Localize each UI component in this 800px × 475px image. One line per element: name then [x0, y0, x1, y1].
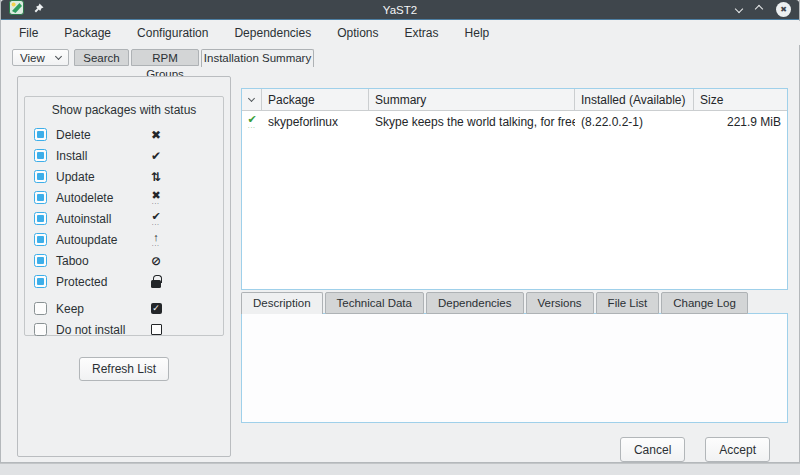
- tab-file-list[interactable]: File List: [596, 292, 660, 314]
- yast2-window: YaST2 ✖ File Package Configuration Depen…: [0, 0, 800, 463]
- menu-configuration[interactable]: Configuration: [124, 21, 221, 45]
- sort-chevron-icon: [248, 95, 255, 102]
- desktop: YaST2 ✖ File Package Configuration Depen…: [0, 0, 800, 475]
- checkbox-install[interactable]: [34, 149, 47, 162]
- filter-label-taboo: Taboo: [56, 254, 89, 268]
- filter-label-autodelete: Autodelete: [56, 191, 113, 205]
- checkbox-autoinstall[interactable]: [34, 212, 47, 225]
- menu-options[interactable]: Options: [324, 21, 391, 45]
- column-header-status[interactable]: [242, 89, 262, 110]
- table-row[interactable]: ✔∙∙∙ skypeforlinux Skype keeps the world…: [242, 111, 787, 132]
- filter-row-autoupdate: Autoupdate ↑∙∙∙: [25, 229, 223, 250]
- cell-installed-available: (8.22.0.2-1): [575, 115, 694, 129]
- filter-label-delete: Delete: [56, 128, 91, 142]
- tab-rpm-groups[interactable]: RPM Groups: [131, 49, 199, 66]
- package-table: Package Summary Installed (Available) Si…: [241, 88, 788, 290]
- filter-row-taboo: Taboo ⊘: [25, 250, 223, 271]
- taboo-status-icon: ⊘: [147, 255, 165, 267]
- tab-description[interactable]: Description: [241, 292, 323, 314]
- minimize-icon[interactable]: [735, 4, 743, 12]
- checkbox-autodelete[interactable]: [34, 191, 47, 204]
- do-not-install-status-icon: [147, 324, 165, 335]
- filter-label-autoinstall: Autoinstall: [56, 212, 111, 226]
- footer-button-row: Cancel Accept: [620, 437, 770, 462]
- yast-app-icon: [9, 0, 24, 19]
- filter-row-autodelete: Autodelete ✖∙∙∙: [25, 187, 223, 208]
- autoupdate-status-icon: ↑∙∙∙: [147, 232, 165, 248]
- column-header-installed[interactable]: Installed (Available): [575, 89, 694, 110]
- filter-panel: Show packages with status Delete ✖ Insta…: [17, 76, 231, 457]
- delete-status-icon: ✖: [147, 129, 165, 141]
- checkbox-taboo[interactable]: [34, 254, 47, 267]
- menu-help[interactable]: Help: [452, 21, 503, 45]
- maximize-icon[interactable]: [755, 4, 763, 12]
- filter-row-update: Update ⇅: [25, 166, 223, 187]
- keep-status-icon: ✓: [147, 303, 165, 314]
- filter-panel-title: Show packages with status: [25, 103, 223, 117]
- tab-change-log[interactable]: Change Log: [661, 292, 748, 314]
- status-filter-frame: Show packages with status Delete ✖ Insta…: [24, 96, 224, 336]
- main-tab-bar: View Search RPM Groups Installation Summ…: [2, 46, 800, 66]
- window-title: YaST2: [1, 0, 799, 20]
- checkbox-keep[interactable]: [34, 302, 47, 315]
- filter-row-delete: Delete ✖: [25, 124, 223, 145]
- title-bar: YaST2 ✖: [1, 0, 799, 20]
- update-status-icon: ⇅: [147, 171, 165, 183]
- close-icon[interactable]: ✖: [776, 2, 791, 17]
- tab-technical-data[interactable]: Technical Data: [325, 292, 424, 314]
- autoinstall-status-icon: ✔∙∙∙: [147, 211, 165, 227]
- tab-search[interactable]: Search: [74, 49, 129, 66]
- filter-label-do-not-install: Do not install: [56, 323, 125, 337]
- tab-versions[interactable]: Versions: [526, 292, 594, 314]
- filter-row-autoinstall: Autoinstall ✔∙∙∙: [25, 208, 223, 229]
- pin-icon[interactable]: [32, 1, 45, 19]
- chevron-down-icon: [55, 53, 62, 60]
- detail-tab-bar: Description Technical Data Dependencies …: [241, 292, 748, 314]
- autoinstall-status-icon: ✔∙∙∙: [242, 114, 262, 130]
- filter-label-update: Update: [56, 170, 95, 184]
- install-status-icon: ✔: [147, 150, 165, 162]
- filter-label-protected: Protected: [56, 275, 107, 289]
- filter-row-protected: Protected: [25, 271, 223, 292]
- tab-installation-summary[interactable]: Installation Summary: [201, 49, 314, 67]
- checkbox-update[interactable]: [34, 170, 47, 183]
- checkbox-do-not-install[interactable]: [34, 323, 47, 336]
- checkbox-autoupdate[interactable]: [34, 233, 47, 246]
- cell-package-name: skypeforlinux: [262, 115, 369, 129]
- autodelete-status-icon: ✖∙∙∙: [147, 190, 165, 206]
- filter-label-install: Install: [56, 149, 87, 163]
- window-bottom-edge: [0, 463, 800, 475]
- filter-row-do-not-install: Do not install: [25, 319, 223, 340]
- filter-label-keep: Keep: [56, 302, 84, 316]
- tab-dependencies[interactable]: Dependencies: [426, 292, 524, 314]
- menu-dependencies[interactable]: Dependencies: [221, 21, 324, 45]
- accept-button[interactable]: Accept: [705, 437, 770, 462]
- checkbox-protected[interactable]: [34, 275, 47, 288]
- checkbox-delete[interactable]: [34, 128, 47, 141]
- column-header-package[interactable]: Package: [262, 89, 369, 110]
- view-dropdown-label: View: [20, 52, 45, 64]
- column-header-size[interactable]: Size: [694, 89, 787, 110]
- column-header-summary[interactable]: Summary: [369, 89, 575, 110]
- description-pane: [241, 313, 788, 423]
- table-header: Package Summary Installed (Available) Si…: [242, 89, 787, 111]
- filter-label-autoupdate: Autoupdate: [56, 233, 117, 247]
- cell-summary: Skype keeps the world talking, for free.: [369, 115, 575, 129]
- cell-size: 221.9 MiB: [694, 115, 787, 129]
- menu-package[interactable]: Package: [51, 21, 124, 45]
- refresh-list-button[interactable]: Refresh List: [79, 357, 169, 381]
- view-dropdown[interactable]: View: [12, 49, 69, 66]
- menu-file[interactable]: File: [6, 21, 51, 45]
- menu-bar: File Package Configuration Dependencies …: [2, 21, 800, 45]
- protected-lock-icon: [147, 275, 165, 288]
- cancel-button[interactable]: Cancel: [620, 437, 685, 462]
- menu-extras[interactable]: Extras: [392, 21, 452, 45]
- filter-row-keep: Keep ✓: [25, 298, 223, 319]
- filter-row-install: Install ✔: [25, 145, 223, 166]
